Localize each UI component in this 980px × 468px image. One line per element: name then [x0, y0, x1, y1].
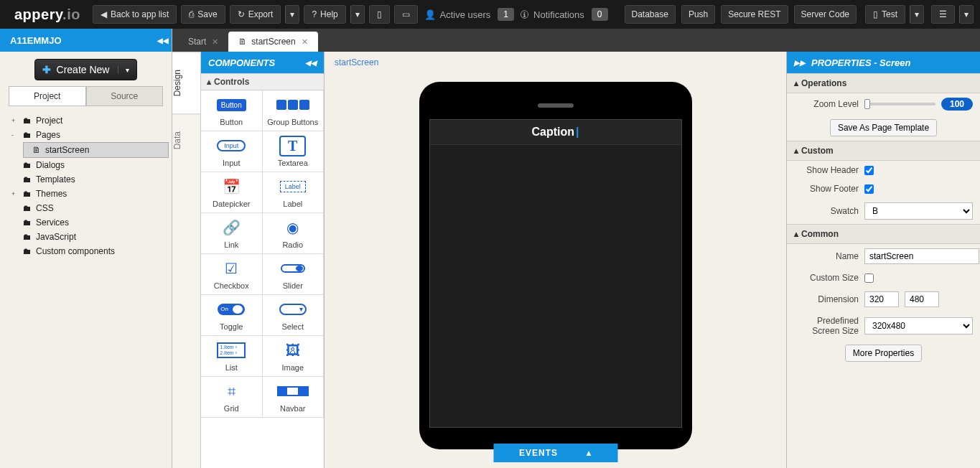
tree-node-dialogs[interactable]: 🖿Dialogs: [3, 158, 169, 172]
plus-icon: ✚: [42, 64, 51, 75]
save-template-button[interactable]: Save As Page Template: [830, 119, 937, 136]
section-common[interactable]: ▴Common: [787, 224, 980, 244]
folder-icon: 🖿: [23, 232, 32, 242]
expand-icon[interactable]: +: [11, 117, 19, 124]
project-header: A11EMMJO ◀◀: [0, 29, 172, 52]
tree-node-startscreen[interactable]: 🗎startScreen: [23, 142, 169, 158]
slider-icon: [266, 258, 321, 279]
select-icon: ▾: [266, 299, 321, 319]
palette-header: COMPONENTS ◀◀: [201, 52, 324, 73]
comp-grid[interactable]: ⌗Grid: [201, 377, 263, 418]
close-icon[interactable]: ✕: [212, 37, 218, 47]
predefined-size-select[interactable]: 320x480: [864, 317, 973, 334]
link-icon: 🔗: [204, 217, 259, 238]
show-footer-checkbox[interactable]: [864, 184, 874, 194]
help-button[interactable]: ?Help: [304, 5, 345, 24]
dim-width-input[interactable]: [864, 291, 899, 307]
more-properties-button[interactable]: More Properties: [845, 345, 922, 362]
palette-collapse-button[interactable]: ◀◀: [305, 59, 317, 67]
textarea-icon: T: [266, 136, 321, 156]
tree-node-css[interactable]: 🖿CSS: [3, 201, 169, 215]
test-button[interactable]: ▯Test: [865, 5, 905, 24]
link-server-code[interactable]: Server Code: [794, 5, 857, 24]
export-dropdown[interactable]: ▾: [285, 5, 299, 24]
comp-select[interactable]: ▾Select: [263, 295, 325, 336]
link-push[interactable]: Push: [681, 5, 715, 24]
section-operations[interactable]: ▴Operations: [787, 73, 980, 93]
preview-tablet-button[interactable]: ▭: [394, 5, 418, 24]
properties-expand-button[interactable]: ▶▶: [794, 59, 806, 67]
create-new-button[interactable]: ✚ Create New ▾: [34, 59, 138, 80]
save-button[interactable]: ⎙Save: [181, 5, 225, 24]
main-area: Start✕ 🗎startScreen✕ Design Data COMPONE…: [172, 29, 980, 468]
grid-icon: ⌗: [204, 381, 259, 401]
comp-radio[interactable]: ◉Radio: [263, 213, 325, 254]
comp-label[interactable]: LabelLabel: [263, 172, 325, 213]
palette-section-controls[interactable]: ▴Controls: [201, 73, 324, 90]
tree-node-project[interactable]: +🖿Project: [3, 113, 169, 128]
tree-node-pages[interactable]: -🖿Pages: [3, 128, 169, 142]
collapse-icon[interactable]: -: [11, 131, 19, 139]
vtab-data[interactable]: Data: [172, 113, 200, 167]
comp-checkbox[interactable]: ☑Checkbox: [201, 254, 263, 295]
close-icon[interactable]: ✕: [302, 37, 308, 47]
comp-link[interactable]: 🔗Link: [201, 213, 263, 254]
export-button[interactable]: ↻Export: [230, 5, 281, 24]
brand-text: appery: [14, 6, 62, 22]
vtab-design[interactable]: Design: [172, 52, 200, 113]
custom-size-checkbox[interactable]: [864, 273, 874, 283]
caret-down-icon: ▾: [964, 9, 969, 19]
comp-textarea[interactable]: TTextarea: [263, 131, 325, 172]
show-footer-label: Show Footer: [794, 184, 859, 194]
screen-header[interactable]: Caption|: [430, 120, 681, 145]
page-tabs: Start✕ 🗎startScreen✕: [172, 29, 980, 52]
vertical-tabs: Design Data: [172, 52, 201, 468]
design-canvas: startScreen Caption| EVENTS ▴: [325, 52, 786, 468]
tab-startscreen[interactable]: 🗎startScreen✕: [228, 32, 317, 52]
tree-node-custom-components[interactable]: 🖿Custom components: [3, 244, 169, 258]
show-header-checkbox[interactable]: [864, 166, 874, 175]
menu-dropdown[interactable]: ▾: [959, 5, 974, 24]
name-input[interactable]: [864, 248, 979, 264]
comp-list[interactable]: 1.Item ›2.Item ›List: [201, 336, 263, 377]
comp-group-buttons[interactable]: Group Buttons: [263, 90, 325, 131]
device-screen[interactable]: Caption|: [429, 119, 682, 428]
tree-node-themes[interactable]: +🖿Themes: [3, 187, 169, 201]
section-custom[interactable]: ▴Custom: [787, 141, 980, 161]
link-database[interactable]: Database: [625, 5, 676, 24]
tab-project[interactable]: Project: [9, 86, 86, 106]
expand-icon[interactable]: +: [11, 190, 19, 197]
tree-node-templates[interactable]: 🖿Templates: [3, 172, 169, 187]
image-icon: 🖼: [266, 340, 321, 360]
tree-node-javascript[interactable]: 🖿JavaScript: [3, 230, 169, 244]
link-secure-rest[interactable]: Secure REST: [721, 5, 788, 24]
caret-down-icon: ▾: [290, 9, 294, 19]
comp-image[interactable]: 🖼Image: [263, 336, 325, 377]
tab-start[interactable]: Start✕: [178, 32, 228, 52]
properties-header: ▶▶ PROPERTIES - Screen: [787, 52, 980, 73]
comp-input[interactable]: InputInput: [201, 131, 263, 172]
comp-datepicker[interactable]: 📅Datepicker: [201, 172, 263, 213]
tree-node-services[interactable]: 🖿Services: [3, 215, 169, 230]
zoom-slider[interactable]: [864, 103, 935, 106]
sidebar-collapse-button[interactable]: ◀◀: [154, 29, 172, 52]
menu-button[interactable]: ☰: [931, 5, 955, 24]
chevron-down-icon: ▴: [207, 77, 211, 87]
preview-phone-button[interactable]: ▯: [369, 5, 390, 24]
breadcrumb[interactable]: startScreen: [325, 52, 786, 73]
list-icon: 1.Item ›2.Item ›: [204, 340, 259, 360]
test-dropdown[interactable]: ▾: [910, 5, 924, 24]
comp-toggle[interactable]: OnToggle: [201, 295, 263, 336]
back-button[interactable]: ◀Back to app list: [93, 5, 177, 24]
slider-thumb[interactable]: [864, 99, 870, 109]
swatch-select[interactable]: B: [864, 202, 973, 220]
active-users-count: 1: [498, 8, 514, 21]
comp-button[interactable]: ButtonButton: [201, 90, 263, 131]
dim-height-input[interactable]: [905, 291, 939, 307]
comp-slider[interactable]: Slider: [263, 254, 325, 295]
comp-navbar[interactable]: Navbar: [263, 377, 325, 418]
events-panel-toggle[interactable]: EVENTS ▴: [493, 444, 617, 462]
help-dropdown[interactable]: ▾: [350, 5, 365, 24]
name-label: Name: [794, 251, 859, 261]
tab-source[interactable]: Source: [86, 86, 164, 106]
